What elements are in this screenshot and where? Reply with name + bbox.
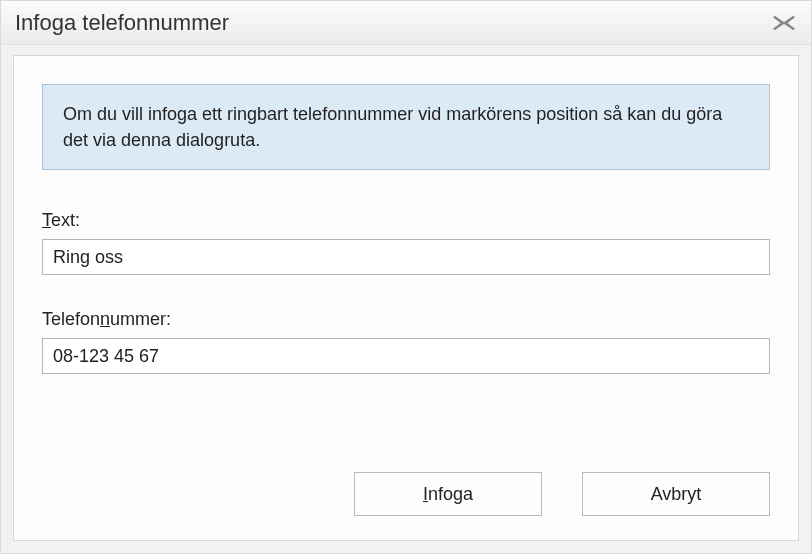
phone-field-label: Telefonnummer: [42, 309, 770, 330]
text-field-label: Text: [42, 210, 770, 231]
cancel-button[interactable]: Avbryt [582, 472, 770, 516]
dialog-body: Om du vill infoga ett ringbart telefonnu… [13, 55, 799, 541]
info-panel: Om du vill infoga ett ringbart telefonnu… [42, 84, 770, 170]
text-field[interactable] [42, 239, 770, 275]
button-row: Infoga Avbryt [354, 472, 770, 516]
insert-button[interactable]: Infoga [354, 472, 542, 516]
dialog-title: Infoga telefonnummer [15, 10, 771, 36]
close-icon[interactable] [771, 14, 797, 32]
dialog-window: Infoga telefonnummer Om du vill infoga e… [0, 0, 812, 554]
titlebar: Infoga telefonnummer [1, 1, 811, 45]
phone-field[interactable] [42, 338, 770, 374]
